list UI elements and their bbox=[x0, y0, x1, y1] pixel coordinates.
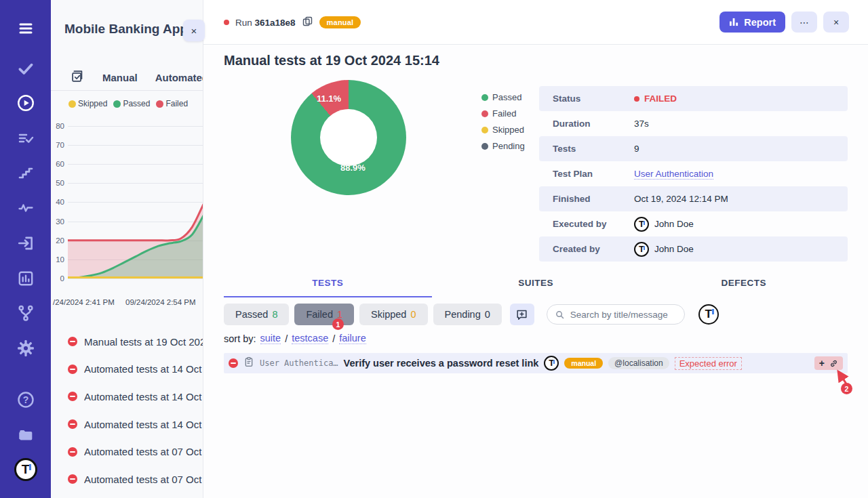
y-tick-label: 40 bbox=[51, 198, 64, 206]
comment-plus-icon bbox=[515, 308, 528, 321]
run-list-item[interactable]: Manual tests at 19 Oct 2024 bbox=[51, 328, 203, 356]
help-icon[interactable]: ? bbox=[16, 390, 35, 409]
branches-icon[interactable] bbox=[16, 304, 35, 323]
run-status-dot bbox=[224, 20, 229, 25]
y-tick-label: 60 bbox=[51, 160, 64, 168]
testcase-icon bbox=[243, 356, 254, 370]
y-tick-label: 10 bbox=[51, 255, 64, 264]
legend-failed: Failed bbox=[481, 108, 525, 119]
result-tabs: TESTS SUITES DEFECTS bbox=[224, 274, 848, 296]
test-tag[interactable]: @localisation bbox=[608, 357, 669, 369]
area-chart-plot bbox=[68, 126, 203, 278]
user-avatar: T bbox=[634, 217, 649, 232]
select-runs-icon[interactable] bbox=[70, 69, 85, 87]
projects-icon[interactable] bbox=[16, 426, 35, 444]
filter-pending-button[interactable]: Pending0 bbox=[433, 304, 502, 325]
detail-row-created-by: Created by TJohn Doe bbox=[539, 236, 848, 262]
detail-row-finished: Finished Oct 19, 2024 12:14 PM bbox=[539, 186, 848, 211]
failed-dot bbox=[481, 110, 488, 117]
report-button[interactable]: Report bbox=[719, 12, 785, 33]
pulse-icon[interactable] bbox=[16, 200, 35, 216]
tab-suites[interactable]: SUITES bbox=[432, 274, 640, 296]
detail-row-tests: Tests 9 bbox=[539, 136, 848, 161]
passed-slice-label: 88.9% bbox=[340, 163, 366, 173]
list-check-icon[interactable] bbox=[16, 130, 35, 146]
filter-bar: Passed8 Failed1 Skipped0 Pending0 T bbox=[224, 304, 719, 325]
close-run-button[interactable]: × bbox=[823, 12, 849, 33]
add-defect-button[interactable]: + bbox=[819, 358, 825, 368]
check-icon[interactable] bbox=[16, 60, 35, 77]
run-label: Run 361a18e8 bbox=[235, 18, 296, 28]
test-title[interactable]: Verify user receives a password reset li… bbox=[344, 358, 539, 369]
x-tick-2: 09/24/2024 2:54 PM bbox=[125, 298, 196, 306]
menu-icon[interactable] bbox=[16, 20, 36, 37]
trend-area-chart: 80706050403020100 bbox=[51, 122, 203, 285]
run-id: 361a18e8 bbox=[255, 18, 296, 28]
search-icon bbox=[555, 310, 565, 320]
project-title: Mobile Banking App bbox=[64, 22, 188, 37]
failed-status-icon bbox=[68, 419, 77, 429]
passed-dot bbox=[481, 94, 488, 101]
trend-chart-legend: Skipped Passed Failed bbox=[68, 99, 188, 108]
add-comment-button[interactable] bbox=[510, 304, 534, 325]
detail-row-duration: Duration 37s bbox=[539, 111, 848, 136]
legend-pending: Pending bbox=[481, 141, 525, 151]
search-input[interactable] bbox=[570, 310, 679, 320]
failed-status-icon bbox=[68, 337, 77, 346]
tab-automated[interactable]: Automated bbox=[155, 72, 203, 83]
tab-tests[interactable]: TESTS bbox=[224, 274, 432, 296]
sort-bar: sort by: suite / testcase / failure bbox=[224, 333, 366, 344]
steps-icon[interactable] bbox=[17, 165, 35, 182]
skipped-dot bbox=[481, 127, 488, 133]
y-tick-label: 30 bbox=[51, 217, 64, 226]
run-details-table: Status FAILED Duration 37s Tests 9 Test … bbox=[539, 86, 848, 262]
run-list-item[interactable]: Automated tests at 07 Oct 2 bbox=[51, 465, 203, 493]
sign-in-icon[interactable] bbox=[16, 234, 35, 252]
run-list-item[interactable]: Automated tests at 14 Oct 2 bbox=[51, 356, 203, 383]
sort-by-testcase-link[interactable]: testcase bbox=[292, 333, 328, 344]
run-topbar: Run 361a18e8 manual Report ⋯ × bbox=[203, 0, 868, 45]
user-avatar: T bbox=[634, 242, 649, 257]
legend-failed: Failed bbox=[156, 99, 188, 108]
run-list-item[interactable]: Automated tests at 14 Oct 2 bbox=[51, 383, 203, 411]
filter-failed-button[interactable]: Failed1 bbox=[294, 304, 354, 325]
play-circle-icon[interactable] bbox=[16, 94, 35, 112]
test-plan-link[interactable]: User Authentication bbox=[634, 169, 713, 180]
y-tick-label: 50 bbox=[51, 179, 64, 187]
sort-label: sort by: bbox=[224, 333, 256, 344]
filter-passed-button[interactable]: Passed8 bbox=[224, 304, 289, 325]
search-box bbox=[547, 304, 685, 325]
runs-panel: Mobile Banking App Manual Automated Skip… bbox=[51, 0, 203, 498]
settings-icon[interactable] bbox=[16, 339, 35, 358]
tab-manual[interactable]: Manual bbox=[102, 72, 138, 83]
run-title: Manual tests at 19 Oct 2024 15:14 bbox=[224, 53, 439, 68]
test-type-badge: manual bbox=[564, 358, 603, 369]
run-list-item[interactable]: Automated tests at 14 Oct 2 bbox=[51, 411, 203, 438]
sort-by-failure-link[interactable]: failure bbox=[339, 333, 366, 344]
analytics-icon[interactable] bbox=[16, 270, 35, 287]
user-avatar[interactable]: T bbox=[698, 304, 719, 325]
more-actions-button[interactable]: ⋯ bbox=[791, 12, 817, 33]
legend-passed: Passed bbox=[113, 99, 150, 108]
report-chart-icon bbox=[729, 18, 739, 26]
failed-status-icon bbox=[68, 392, 77, 401]
error-message-label[interactable]: Expected error bbox=[675, 357, 742, 370]
app-logo[interactable]: T bbox=[14, 458, 37, 481]
copy-run-id-icon[interactable] bbox=[302, 16, 313, 30]
sort-by-suite-link[interactable]: suite bbox=[260, 333, 281, 344]
app-window: ? T Mobile Banking App Manual Automated … bbox=[0, 0, 868, 498]
failed-status-icon bbox=[68, 447, 77, 457]
runs-panel-close-button[interactable]: × bbox=[183, 20, 205, 41]
filter-skipped-button[interactable]: Skipped0 bbox=[359, 304, 427, 325]
failed-slice-label: 11.1% bbox=[317, 94, 341, 104]
annotation-badge-1: 1 bbox=[332, 318, 344, 330]
donut-hole bbox=[320, 109, 377, 166]
donut-legend: Passed Failed Skipped Pending bbox=[481, 92, 525, 151]
test-result-row[interactable]: User Authentica… Verify user receives a … bbox=[224, 353, 848, 373]
assignee-avatar: T bbox=[544, 356, 559, 371]
status-value: FAILED bbox=[634, 94, 677, 104]
run-list-item[interactable]: Automated tests at 07 Oct 2 bbox=[51, 438, 203, 465]
legend-skipped: Skipped bbox=[481, 125, 525, 135]
suite-name[interactable]: User Authentica… bbox=[260, 358, 338, 368]
tab-defects[interactable]: DEFECTS bbox=[639, 274, 848, 296]
